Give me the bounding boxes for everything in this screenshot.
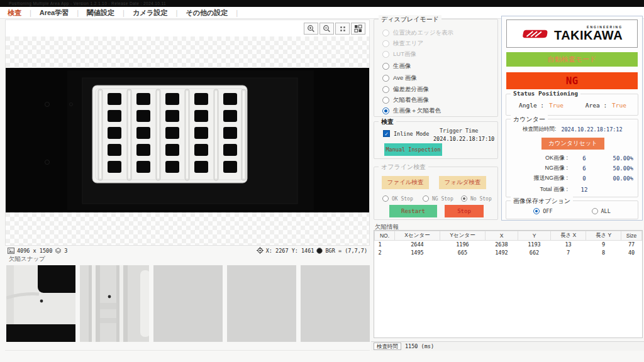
stop-button[interactable]: Stop	[445, 205, 484, 217]
inspection-group: 検査 ✓ Inline Mode Trigger Time 2024.10.22…	[374, 121, 498, 159]
image-viewer-panel	[5, 19, 370, 246]
option-label: 生画像	[393, 62, 411, 70]
radio-icon	[533, 208, 540, 214]
inspection-start-row: 検査開始時間: 2024.10.22.18:17:12	[523, 126, 638, 133]
total-value: 12	[572, 187, 597, 193]
defect-snapshot-1[interactable]	[6, 265, 75, 342]
counter-label: NG画像 :	[506, 164, 572, 172]
defect-table-header: NO. Xセンター Yセンター X Y 長さ X 長さ Y Size	[375, 231, 642, 241]
option-label: Ave 画像	[393, 74, 417, 82]
defect-snapshot-2[interactable]	[80, 265, 149, 342]
result-banner: NG	[506, 72, 638, 89]
radio-icon	[461, 195, 467, 202]
trigger-time-value: 2024.10.22.18:17:10	[433, 136, 494, 142]
counter-label: 搬送NG画像 :	[506, 174, 572, 182]
tab-camera-settings[interactable]: カメラ設定	[133, 8, 168, 18]
zoom-out-icon	[323, 25, 331, 33]
cursor-position-value: X: 2267 Y: 1461	[266, 248, 314, 254]
snapshot-image-1	[6, 265, 75, 342]
tab-area-learning[interactable]: Area学習	[40, 8, 69, 18]
counter-percent: 50.00%	[597, 165, 636, 172]
actual-size-button[interactable]	[335, 23, 350, 35]
status-positioning-title: Status Positioning	[511, 90, 580, 97]
defect-row[interactable]: 2 1495 665 1492 662 7 8 40	[375, 249, 642, 257]
inspection-time-bar: 検査時間 1150 (ms)	[371, 341, 644, 351]
file-inspect-button[interactable]: ファイル検査	[382, 176, 429, 189]
zoom-in-button[interactable]	[304, 23, 318, 35]
camera-image[interactable]	[6, 68, 369, 212]
col-len-x: 長さ X	[551, 231, 586, 241]
inline-mode-label: Inline Mode	[394, 131, 429, 137]
option-lut-image: LUT画像	[382, 50, 416, 58]
defect-table: NO. Xセンター Yセンター X Y 長さ X 長さ Y Size 1 264…	[374, 231, 642, 257]
option-label: ALL	[601, 208, 611, 214]
col-y-center: Yセンター	[440, 231, 486, 241]
defect-snapshot-5[interactable]	[301, 265, 370, 342]
angle-value: True	[549, 102, 564, 109]
tab-inspection[interactable]: 検査	[8, 8, 21, 18]
counter-row-ng: NG画像 : 6 50.00%	[506, 163, 638, 173]
radio-save-all[interactable]: ALL	[592, 208, 611, 214]
zoom-out-button[interactable]	[319, 23, 334, 35]
option-raw-image[interactable]: 生画像	[382, 62, 411, 70]
save-option-title: 画像保存オプション	[511, 197, 573, 206]
option-ave-image[interactable]: Ave 画像	[382, 74, 417, 82]
radio-icon	[382, 51, 389, 58]
col-y: Y	[518, 231, 551, 241]
radio-ng-stop[interactable]: NG Stop	[423, 195, 453, 202]
inspection-time-label: 検査時間	[374, 343, 401, 350]
brand-text: ENGINEERING TAKIKAWA	[554, 26, 623, 41]
counter-row-ok: OK画像 : 6 50.00%	[506, 153, 638, 163]
defect-snapshot-section: 欠陥スナップ	[5, 255, 370, 351]
defect-row[interactable]: 1 2644 1196 2638 1193 13 9 77	[375, 241, 642, 249]
option-label: LUT画像	[393, 50, 416, 58]
counter-value: 0	[572, 175, 597, 182]
defect-snapshot-title: 欠陥スナップ	[9, 255, 45, 263]
inspection-time-value: 1150 (ms)	[405, 343, 434, 349]
col-size: Size	[621, 231, 642, 241]
folder-inspect-button[interactable]: フォルダ検査	[439, 176, 486, 189]
counter-percent: 00.00%	[597, 175, 636, 182]
radio-icon	[382, 107, 389, 114]
viewer-canvas[interactable]	[6, 36, 369, 245]
menu-separator: ｜	[120, 8, 127, 18]
fit-screen-button[interactable]	[351, 23, 365, 35]
tab-other-settings[interactable]: その他の設定	[186, 8, 228, 18]
layers-icon	[55, 248, 62, 254]
option-inspection-area: 検査エリア	[382, 40, 423, 48]
start-time-label: 検査開始時間:	[523, 126, 556, 133]
image-status-bar: 4096 x 1500 3 X: 2267 Y: 1461 BGR = (7,7…	[5, 246, 370, 255]
option-label: 検査エリア	[393, 40, 423, 48]
counter-row-transport-ng: 搬送NG画像 : 0 00.00%	[506, 173, 638, 183]
option-label: OK Stop	[392, 196, 413, 202]
radio-icon	[382, 40, 389, 47]
option-label: 偏差差分画像	[393, 85, 429, 94]
defect-snapshot-4[interactable]	[227, 265, 296, 342]
option-defect-colored-image[interactable]: 欠陥着色画像	[382, 96, 429, 104]
offline-title: オフライン検査	[379, 163, 428, 172]
radio-icon	[382, 75, 389, 82]
tab-threshold-settings[interactable]: 閾値設定	[87, 8, 114, 18]
option-raw-plus-defect-color[interactable]: 生画像＋欠陥着色	[382, 107, 441, 115]
radio-ok-stop[interactable]: OK Stop	[382, 195, 413, 202]
defect-snapshot-3[interactable]	[153, 265, 223, 342]
restart-button[interactable]: Restart	[389, 205, 437, 217]
radio-icon	[382, 30, 389, 36]
radio-icon	[382, 86, 389, 93]
option-deviation-diff-image[interactable]: 偏差差分画像	[382, 85, 429, 94]
col-x-center: Xセンター	[395, 231, 440, 241]
app-window: Positioning Multiple Area App - Version …	[0, 0, 644, 362]
radio-save-off[interactable]: OFF	[533, 208, 552, 214]
counter-value: 6	[572, 165, 597, 172]
inline-mode-checkbox[interactable]: ✓ Inline Mode	[383, 130, 429, 137]
manual-inspection-button[interactable]: Manual Inspection	[384, 143, 442, 156]
menu-separator: ｜	[27, 8, 34, 18]
image-icon	[8, 248, 14, 254]
radio-no-stop[interactable]: No Stop	[461, 195, 492, 202]
radio-icon	[382, 63, 389, 70]
counter-reset-button[interactable]: カウンタリセット	[541, 138, 604, 150]
display-mode-title: ディスプレイモード	[379, 15, 441, 24]
radio-icon	[592, 208, 598, 214]
area-value: True	[612, 102, 626, 109]
counter-row-total: Total 画像 : 12	[506, 185, 638, 194]
